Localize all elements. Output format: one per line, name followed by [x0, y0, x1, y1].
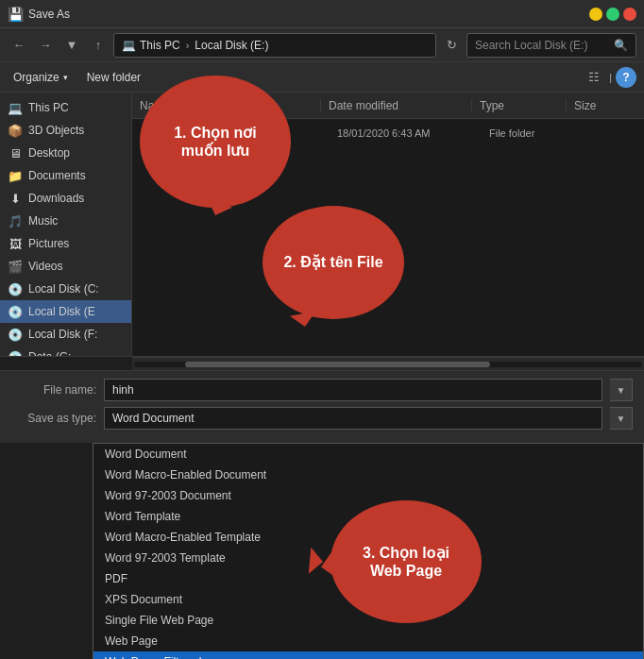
- dropdown-item[interactable]: Word 97-2003 Document: [93, 485, 643, 506]
- dropdown-item[interactable]: Word Macro-Enabled Document: [93, 465, 643, 485]
- filename-dropdown-arrow[interactable]: ▼: [610, 379, 633, 401]
- secondary-toolbar: Organize ▾ New folder ☷ | ?: [0, 62, 644, 93]
- sidebar-label-local-disk-e: Local Disk (E: [28, 305, 95, 318]
- toolbar-right: ☷ | ?: [583, 66, 636, 89]
- sidebar-label-documents: Documents: [28, 169, 86, 182]
- file-type: File folder: [489, 127, 584, 139]
- instruction-bubble-3: 3. Chọn loại Web Page: [330, 500, 482, 623]
- instruction-bubble-2: 2. Đặt tên File: [263, 206, 404, 319]
- sidebar-item-videos[interactable]: 🎬Videos: [0, 255, 131, 278]
- sidebar-label-videos: Videos: [28, 260, 62, 273]
- view-button[interactable]: ☷: [583, 66, 605, 89]
- file-date: 18/01/2020 6:43 AM: [337, 127, 483, 139]
- sidebar-label-this-pc: This PC: [28, 101, 69, 114]
- sidebar-item-local-disk-f[interactable]: 💿Local Disk (F:: [0, 323, 131, 346]
- close-button[interactable]: [623, 8, 636, 21]
- instruction-bubble-1: 1. Chọn nơi muốn lưu: [140, 76, 291, 208]
- sidebar-label-local-disk-c: Local Disk (C:: [28, 282, 99, 296]
- help-button[interactable]: ?: [616, 67, 636, 88]
- search-bar[interactable]: Search Local Disk (E:) 🔍: [466, 33, 636, 58]
- new-folder-button[interactable]: New folder: [81, 69, 146, 86]
- title-bar: 💾 Save As: [0, 0, 644, 28]
- breadcrumb-separator: ›: [186, 40, 190, 51]
- minimize-button[interactable]: [589, 8, 602, 21]
- horizontal-scrollbar[interactable]: [132, 357, 644, 370]
- sidebar-item-documents[interactable]: 📁Documents: [0, 164, 131, 187]
- save-type-display[interactable]: Word Document: [104, 407, 602, 430]
- desktop-icon: 🖥: [8, 145, 23, 161]
- forward-button[interactable]: →: [34, 34, 57, 57]
- dropdown-item[interactable]: Web Page, Filtered: [93, 651, 643, 659]
- organize-dropdown-icon: ▾: [63, 73, 68, 82]
- sidebar-item-this-pc[interactable]: 💻This PC: [0, 96, 131, 119]
- title-bar-buttons: [589, 8, 636, 21]
- filename-label: File name:: [11, 383, 96, 397]
- sidebar-label-local-disk-f: Local Disk (F:: [28, 328, 97, 341]
- save-type-dropdown-arrow[interactable]: ▼: [610, 407, 633, 430]
- sidebar: 💻This PC📦3D Objects🖥Desktop📁Documents⬇Do…: [0, 93, 132, 356]
- search-placeholder: Search Local Disk (E:): [475, 39, 587, 52]
- sidebar-label-local-disk-g: Data (G:: [28, 350, 71, 356]
- scroll-track[interactable]: [134, 362, 642, 367]
- organize-label: Organize: [13, 71, 59, 84]
- scroll-thumb[interactable]: [185, 362, 490, 367]
- address-computer-icon: 💻: [122, 39, 136, 52]
- save-type-value: Word Document: [112, 412, 194, 425]
- sidebar-label-downloads: Downloads: [28, 192, 84, 205]
- address-bar[interactable]: 💻 This PC › Local Disk (E:): [113, 33, 436, 58]
- maximize-button[interactable]: [606, 8, 619, 21]
- title-bar-icon: 💾: [8, 7, 23, 22]
- downloads-icon: ⬇: [8, 191, 23, 206]
- refresh-button[interactable]: ↻: [440, 34, 463, 57]
- local-disk-c-icon: 💿: [8, 281, 23, 296]
- filename-input[interactable]: [104, 379, 602, 401]
- sidebar-label-3d-objects: 3D Objects: [28, 124, 84, 137]
- dropdown-button[interactable]: ▼: [60, 34, 83, 57]
- pictures-icon: 🖼: [8, 236, 23, 251]
- sidebar-item-pictures[interactable]: 🖼Pictures: [0, 232, 131, 255]
- local-disk-f-icon: 💿: [8, 327, 23, 342]
- address-this-pc: This PC: [140, 39, 180, 52]
- up-button[interactable]: ↑: [87, 34, 110, 57]
- local-disk-g-icon: 💿: [8, 349, 23, 356]
- save-type-row: Save as type: Word Document ▼: [11, 407, 633, 430]
- sidebar-item-desktop[interactable]: 🖥Desktop: [0, 142, 131, 164]
- filename-row: File name: ▼: [11, 379, 633, 401]
- this-pc-icon: 💻: [8, 100, 23, 115]
- col-header-type[interactable]: Type: [472, 99, 567, 112]
- title-bar-text: Save As: [28, 8, 589, 21]
- sidebar-item-local-disk-g[interactable]: 💿Data (G:: [0, 346, 131, 356]
- col-header-size[interactable]: Size: [567, 99, 644, 112]
- sidebar-item-local-disk-e[interactable]: 💿Local Disk (E: [0, 300, 131, 323]
- col-header-date[interactable]: Date modified: [321, 99, 472, 112]
- 3d-objects-icon: 📦: [8, 123, 23, 138]
- dropdown-item[interactable]: Word Document: [93, 444, 643, 465]
- videos-icon: 🎬: [8, 259, 23, 274]
- organize-button[interactable]: Organize ▾: [8, 69, 74, 86]
- documents-icon: 📁: [8, 168, 23, 183]
- sidebar-item-3d-objects[interactable]: 📦3D Objects: [0, 119, 131, 142]
- dropdown-item[interactable]: Web Page: [93, 631, 643, 651]
- sidebar-label-music: Music: [28, 214, 58, 228]
- form-area: File name: ▼ Save as type: Word Document…: [0, 370, 644, 443]
- sidebar-label-pictures: Pictures: [28, 237, 69, 250]
- sidebar-item-downloads[interactable]: ⬇Downloads: [0, 187, 131, 210]
- search-icon: 🔍: [614, 39, 628, 52]
- back-button[interactable]: ←: [8, 34, 30, 57]
- music-icon: 🎵: [8, 213, 23, 228]
- sidebar-item-local-disk-c[interactable]: 💿Local Disk (C:: [0, 278, 131, 300]
- local-disk-e-icon: 💿: [8, 304, 23, 319]
- sidebar-label-desktop: Desktop: [28, 146, 70, 160]
- view-separator: |: [609, 72, 612, 83]
- save-type-label: Save as type:: [11, 412, 96, 425]
- address-local-disk: Local Disk (E:): [195, 39, 268, 52]
- navigation-toolbar: ← → ▼ ↑ 💻 This PC › Local Disk (E:) ↻ Se…: [0, 28, 644, 62]
- sidebar-item-music[interactable]: 🎵Music: [0, 210, 131, 232]
